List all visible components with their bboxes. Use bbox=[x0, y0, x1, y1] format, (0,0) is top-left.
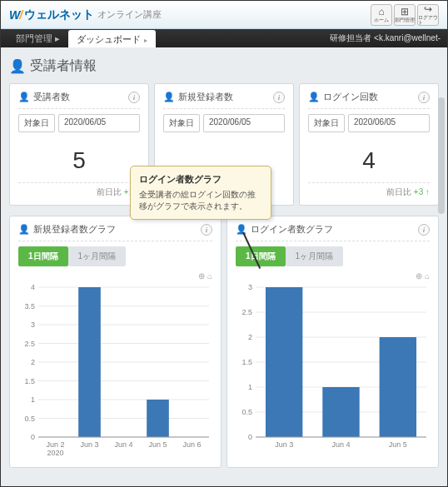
person-icon: 👤 bbox=[9, 58, 26, 74]
top-right-buttons: ⌂ホーム ⊞部門管理 ↪ログアウト bbox=[371, 4, 439, 26]
brand-subtitle: オンライン講座 bbox=[97, 8, 162, 21]
svg-text:Jun 5: Jun 5 bbox=[389, 440, 407, 449]
svg-text:Jun 5: Jun 5 bbox=[148, 440, 167, 449]
card-title: 受講者数 bbox=[33, 91, 70, 103]
info-icon[interactable]: i bbox=[418, 92, 430, 103]
tooltip-popover: ログイン者数グラフ 全受講者の総ログイン回数の推移がグラフで表示されます。 bbox=[130, 166, 271, 220]
date-input[interactable]: 2020/06/05 bbox=[203, 114, 285, 132]
nav-bar: 部門管理 ▸ ダッシュボード 研修担当者 <k.kanri@wellnet- bbox=[1, 29, 447, 47]
svg-text:0.5: 0.5 bbox=[241, 408, 252, 416]
svg-text:Jun 4: Jun 4 bbox=[114, 440, 132, 449]
svg-text:1.5: 1.5 bbox=[241, 358, 252, 366]
svg-text:2020: 2020 bbox=[47, 449, 63, 457]
svg-text:2: 2 bbox=[248, 333, 252, 341]
tab-dept[interactable]: 部門管理 ▸ bbox=[7, 29, 68, 48]
svg-text:2.5: 2.5 bbox=[241, 308, 252, 316]
brand-name: ウェルネット bbox=[24, 7, 94, 22]
chart-logins: 👤ログイン者数グラフi 1日間隔 1ヶ月間隔 ⊕ ⌂ 00.511.522.53… bbox=[226, 216, 439, 468]
card-title: ログイン回数 bbox=[323, 91, 378, 103]
svg-text:4: 4 bbox=[31, 284, 35, 291]
svg-rect-43 bbox=[380, 337, 416, 437]
svg-text:0: 0 bbox=[31, 433, 35, 441]
tab-1month[interactable]: 1ヶ月間隔 bbox=[286, 246, 344, 266]
chart-tools[interactable]: ⊕ ⌂ bbox=[236, 271, 430, 281]
svg-text:Jun 3: Jun 3 bbox=[275, 440, 293, 449]
logout-icon: ↪ bbox=[424, 4, 432, 14]
chart-tools[interactable]: ⊕ ⌂ bbox=[18, 271, 212, 281]
person-icon: 👤 bbox=[18, 224, 30, 235]
info-icon[interactable]: i bbox=[418, 224, 430, 236]
svg-text:1: 1 bbox=[248, 383, 252, 391]
person-icon: 👤 bbox=[308, 92, 320, 102]
svg-text:2: 2 bbox=[31, 358, 35, 366]
tooltip-title: ログイン者数グラフ bbox=[139, 173, 262, 186]
chart-title: 新規登録者数グラフ bbox=[33, 223, 116, 236]
page-title: 👤 受講者情報 bbox=[9, 57, 439, 75]
chart-new-reg: 👤新規登録者数グラフi 1日間隔 1ヶ月間隔 ⊕ ⌂ 00.511.522.53… bbox=[9, 216, 222, 468]
chart-canvas: 00.511.522.53Jun 3Jun 4Jun 5 bbox=[236, 284, 430, 459]
tab-1day[interactable]: 1日間隔 bbox=[236, 246, 286, 266]
chart-title: ログイン者数グラフ bbox=[251, 223, 333, 236]
stat-value: 5 bbox=[18, 139, 140, 182]
svg-text:3: 3 bbox=[31, 321, 35, 329]
card-foot: 前日比 +1 ↑ bbox=[18, 182, 140, 198]
delta-up: +3 ↑ bbox=[414, 187, 430, 196]
chart-row: 👤新規登録者数グラフi 1日間隔 1ヶ月間隔 ⊕ ⌂ 00.511.522.53… bbox=[9, 216, 439, 468]
svg-rect-41 bbox=[266, 287, 302, 437]
card-title: 新規登録者数 bbox=[178, 91, 233, 103]
user-label: 研修担当者 <k.kanri@wellnet- bbox=[330, 32, 441, 44]
info-icon[interactable]: i bbox=[273, 92, 285, 103]
logout-button[interactable]: ↪ログアウト bbox=[417, 4, 439, 26]
tab-dashboard[interactable]: ダッシュボード bbox=[68, 30, 156, 49]
svg-text:0.5: 0.5 bbox=[24, 415, 35, 423]
person-icon: 👤 bbox=[163, 92, 175, 102]
svg-rect-19 bbox=[147, 400, 169, 437]
tooltip-body: 全受講者の総ログイン回数の推移がグラフで表示されます。 bbox=[139, 189, 262, 212]
date-input[interactable]: 2020/06/05 bbox=[348, 114, 430, 132]
svg-rect-42 bbox=[322, 387, 359, 437]
svg-text:2.5: 2.5 bbox=[24, 340, 35, 348]
tab-1day[interactable]: 1日間隔 bbox=[18, 246, 68, 266]
svg-text:0: 0 bbox=[248, 433, 252, 441]
svg-text:3.5: 3.5 bbox=[24, 302, 35, 311]
svg-text:3: 3 bbox=[248, 284, 252, 291]
top-bar: W/ ウェルネット オンライン講座 ⌂ホーム ⊞部門管理 ↪ログアウト bbox=[1, 1, 447, 29]
info-icon[interactable]: i bbox=[201, 224, 212, 236]
svg-text:1.5: 1.5 bbox=[24, 377, 35, 385]
date-label: 対象日 bbox=[163, 114, 200, 132]
chart-canvas: 00.511.522.533.54Jun 22020Jun 3Jun 4Jun … bbox=[18, 284, 212, 459]
date-label: 対象日 bbox=[18, 114, 55, 132]
info-icon[interactable]: i bbox=[128, 92, 140, 103]
person-icon: 👤 bbox=[18, 92, 30, 102]
logo: W/ ウェルネット オンライン講座 bbox=[9, 7, 162, 22]
content-area: 👤 受講者情報 👤受講者数i 対象日2020/06/05 5 前日比 +1 ↑ … bbox=[1, 47, 447, 486]
card-foot: 前日比 +3 ↑ bbox=[308, 182, 430, 198]
tab-1month[interactable]: 1ヶ月間隔 bbox=[68, 246, 127, 266]
grid-icon: ⊞ bbox=[401, 7, 409, 17]
page-title-text: 受講者情報 bbox=[30, 57, 97, 75]
dept-button[interactable]: ⊞部門管理 bbox=[394, 4, 416, 26]
date-input[interactable]: 2020/06/05 bbox=[58, 114, 140, 132]
stat-value: 4 bbox=[308, 139, 430, 182]
svg-text:1: 1 bbox=[31, 395, 35, 404]
card-students: 👤受講者数i 対象日2020/06/05 5 前日比 +1 ↑ bbox=[9, 83, 149, 206]
svg-text:Jun 6: Jun 6 bbox=[182, 440, 201, 449]
svg-text:Jun 3: Jun 3 bbox=[80, 440, 98, 449]
card-logins: 👤ログイン回数i 対象日2020/06/05 4 前日比 +3 ↑ bbox=[299, 83, 439, 206]
person-icon: 👤 bbox=[236, 224, 247, 235]
svg-rect-18 bbox=[78, 287, 101, 437]
scrollbar[interactable] bbox=[438, 97, 445, 214]
svg-text:Jun 4: Jun 4 bbox=[331, 440, 350, 449]
svg-text:Jun 2: Jun 2 bbox=[46, 440, 64, 449]
date-label: 対象日 bbox=[308, 114, 345, 132]
logo-mark-icon: W/ bbox=[9, 8, 22, 22]
home-button[interactable]: ⌂ホーム bbox=[371, 4, 392, 26]
home-icon: ⌂ bbox=[378, 7, 384, 17]
